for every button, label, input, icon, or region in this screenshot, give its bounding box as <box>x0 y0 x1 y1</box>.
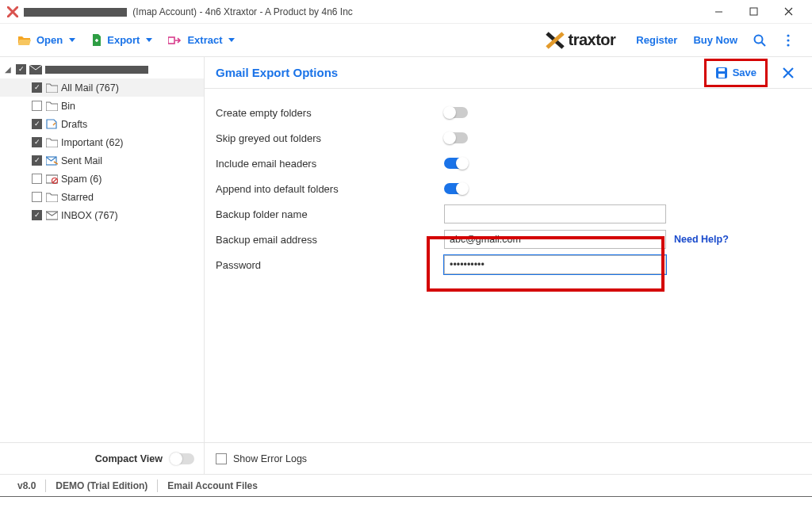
file-export-icon <box>91 34 102 47</box>
opt-append-default: Append into default folders <box>216 176 798 201</box>
show-error-logs-checkbox[interactable] <box>216 453 227 464</box>
svg-line-12 <box>52 178 56 182</box>
save-icon <box>715 67 728 79</box>
title-bar: (Imap Account) - 4n6 Xtraxtor - A Produc… <box>0 0 812 24</box>
extract-menu[interactable]: Extract <box>160 29 243 51</box>
folder-icon <box>45 101 58 111</box>
label: Create empty folders <box>216 107 444 119</box>
export-options-form: Create empty folders Skip greyed out fol… <box>205 89 812 442</box>
tree-item[interactable]: All Mail (767) <box>0 78 204 97</box>
status-files: Email Account Files <box>158 480 267 491</box>
svg-rect-1 <box>750 8 757 15</box>
spam-icon <box>45 174 58 184</box>
need-help-link[interactable]: Need Help? <box>674 234 729 245</box>
backup-folder-input[interactable] <box>444 204 666 223</box>
opt-include-headers: Include email headers <box>216 151 798 176</box>
checkbox[interactable] <box>32 101 42 111</box>
folder-icon <box>45 193 58 202</box>
bottom-border <box>0 496 812 508</box>
close-panel-button[interactable] <box>776 60 801 86</box>
draft-icon <box>45 119 58 129</box>
chevron-down-icon <box>228 38 235 42</box>
close-icon <box>782 67 795 79</box>
checkbox[interactable] <box>32 137 42 147</box>
export-label: Export <box>107 34 140 46</box>
open-label: Open <box>36 34 63 46</box>
checkbox[interactable] <box>32 210 42 220</box>
svg-point-5 <box>787 34 789 36</box>
label: Skip greyed out folders <box>216 132 444 144</box>
checkbox[interactable] <box>32 155 42 166</box>
tree-item[interactable]: Drafts <box>0 115 204 133</box>
main-toolbar: Open Export Extract traxtor Register Buy… <box>0 24 812 57</box>
panel-title: Gmail Export Options <box>216 66 704 79</box>
status-bar: v8.0 DEMO (Trial Edition) Email Account … <box>0 474 812 496</box>
tree-item[interactable]: INBOX (767) <box>0 206 204 224</box>
tree-item[interactable]: Important (62) <box>0 133 204 151</box>
tree-item[interactable]: Spam (6) <box>0 170 204 188</box>
search-button[interactable] <box>745 26 774 55</box>
tree-item-label: Important (62) <box>61 137 124 148</box>
toggle-skip-greyed[interactable] <box>444 132 468 143</box>
svg-point-6 <box>787 39 789 41</box>
checkbox[interactable] <box>32 82 42 93</box>
collapse-icon[interactable]: ◢ <box>5 65 13 74</box>
open-menu[interactable]: Open <box>10 29 83 52</box>
minimize-button[interactable] <box>701 1 736 23</box>
save-button[interactable]: Save <box>708 63 764 83</box>
tree-root[interactable]: ◢ <box>0 60 204 78</box>
folder-tree[interactable]: ◢ All Mail (767)BinDraftsImportant (62)S… <box>0 57 204 442</box>
buy-now-link[interactable]: Buy Now <box>685 29 745 51</box>
brand-x-icon <box>546 32 565 49</box>
checkbox[interactable] <box>32 174 42 184</box>
backup-email-input[interactable] <box>444 230 666 249</box>
checkbox[interactable] <box>32 119 42 129</box>
toggle-include-headers[interactable] <box>444 158 468 169</box>
checkbox[interactable] <box>32 192 42 202</box>
chevron-down-icon <box>146 38 152 42</box>
mail-icon <box>29 65 42 74</box>
export-menu[interactable]: Export <box>83 29 160 52</box>
opt-password: Password <box>216 252 798 277</box>
label: Backup folder name <box>216 208 444 220</box>
show-error-logs-label: Show Error Logs <box>233 453 307 464</box>
redacted-account-name <box>24 8 127 17</box>
compact-view-label: Compact View <box>95 453 163 464</box>
svg-line-4 <box>762 42 766 46</box>
compact-view-toggle[interactable] <box>170 453 194 464</box>
toggle-append-default[interactable] <box>444 183 468 194</box>
tree-item[interactable]: Starred <box>0 188 204 206</box>
tree-item[interactable]: Bin <box>0 97 204 115</box>
window-title: (Imap Account) - 4n6 Xtraxtor - A Produc… <box>24 6 701 17</box>
maximize-button[interactable] <box>736 1 771 23</box>
folder-icon <box>45 83 58 93</box>
register-link[interactable]: Register <box>628 29 685 51</box>
tree-root-label <box>45 64 148 75</box>
app-icon <box>6 6 19 18</box>
window-controls <box>701 1 806 23</box>
panel-footer: Show Error Logs <box>205 442 812 474</box>
more-menu[interactable] <box>774 26 802 55</box>
opt-backup-email: Backup email address Need Help? <box>216 227 798 252</box>
tree-item-label: Drafts <box>61 119 87 130</box>
opt-skip-greyed: Skip greyed out folders <box>216 125 798 151</box>
checkbox[interactable] <box>16 64 26 74</box>
tree-item-label: Starred <box>61 192 94 203</box>
save-label: Save <box>733 67 756 78</box>
compact-view-row: Compact View <box>0 442 204 474</box>
search-icon <box>753 33 767 48</box>
toggle-create-empty[interactable] <box>444 107 468 118</box>
inbox-icon <box>45 211 58 220</box>
opt-create-empty: Create empty folders <box>216 100 798 125</box>
sidebar: ◢ All Mail (767)BinDraftsImportant (62)S… <box>0 57 205 474</box>
opt-backup-folder: Backup folder name <box>216 201 798 227</box>
tree-item[interactable]: Sent Mail <box>0 151 204 170</box>
password-input[interactable] <box>444 255 666 274</box>
brand-text: traxtor <box>568 31 615 49</box>
close-window-button[interactable] <box>771 1 806 23</box>
tree-item-label: INBOX (767) <box>61 210 118 221</box>
main-area: ◢ All Mail (767)BinDraftsImportant (62)S… <box>0 57 812 474</box>
folder-open-icon <box>17 34 32 47</box>
extract-label: Extract <box>187 34 222 46</box>
svg-point-7 <box>787 44 789 46</box>
